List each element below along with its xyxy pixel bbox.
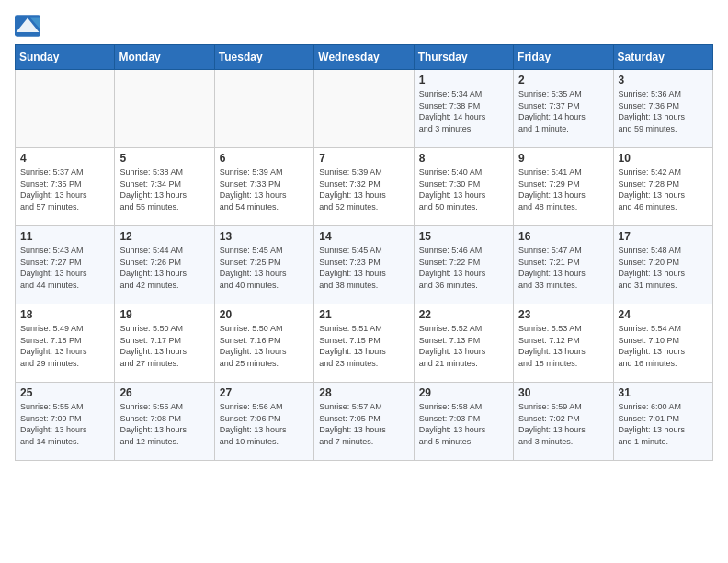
weekday-header-friday: Friday xyxy=(514,45,613,70)
calendar-week-row: 25Sunrise: 5:55 AMSunset: 7:09 PMDayligh… xyxy=(16,383,713,461)
day-number: 27 xyxy=(220,386,309,399)
calendar-cell: 27Sunrise: 5:56 AMSunset: 7:06 PMDayligh… xyxy=(214,383,313,461)
calendar-week-row: 4Sunrise: 5:37 AMSunset: 7:35 PMDaylight… xyxy=(16,148,713,226)
day-number: 4 xyxy=(20,152,109,165)
calendar-cell: 1Sunrise: 5:34 AMSunset: 7:38 PMDaylight… xyxy=(414,70,513,148)
day-info: Sunrise: 5:56 AMSunset: 7:06 PMDaylight:… xyxy=(220,401,309,447)
calendar-cell: 23Sunrise: 5:53 AMSunset: 7:12 PMDayligh… xyxy=(514,304,613,383)
weekday-header-thursday: Thursday xyxy=(414,45,513,70)
calendar-cell: 14Sunrise: 5:45 AMSunset: 7:23 PMDayligh… xyxy=(314,226,414,304)
calendar-cell: 13Sunrise: 5:45 AMSunset: 7:25 PMDayligh… xyxy=(214,226,313,304)
calendar-cell: 10Sunrise: 5:42 AMSunset: 7:28 PMDayligh… xyxy=(613,148,712,226)
calendar-cell: 22Sunrise: 5:52 AMSunset: 7:13 PMDayligh… xyxy=(414,304,513,383)
calendar-cell: 3Sunrise: 5:36 AMSunset: 7:36 PMDaylight… xyxy=(613,70,712,148)
calendar-cell: 7Sunrise: 5:39 AMSunset: 7:32 PMDaylight… xyxy=(314,148,414,226)
day-info: Sunrise: 5:39 AMSunset: 7:32 PMDaylight:… xyxy=(319,167,408,213)
day-info: Sunrise: 5:50 AMSunset: 7:16 PMDaylight:… xyxy=(220,323,309,369)
calendar-cell: 24Sunrise: 5:54 AMSunset: 7:10 PMDayligh… xyxy=(613,304,712,383)
calendar-cell xyxy=(214,70,313,148)
calendar-cell xyxy=(115,70,214,148)
day-info: Sunrise: 5:51 AMSunset: 7:15 PMDaylight:… xyxy=(319,323,408,369)
calendar-cell: 6Sunrise: 5:39 AMSunset: 7:33 PMDaylight… xyxy=(214,148,313,226)
calendar-cell: 15Sunrise: 5:46 AMSunset: 7:22 PMDayligh… xyxy=(414,226,513,304)
day-info: Sunrise: 5:45 AMSunset: 7:25 PMDaylight:… xyxy=(220,245,309,291)
day-info: Sunrise: 5:55 AMSunset: 7:08 PMDaylight:… xyxy=(119,401,209,447)
page-header xyxy=(15,15,713,37)
day-number: 2 xyxy=(518,74,608,86)
day-number: 8 xyxy=(419,152,508,165)
weekday-header-monday: Monday xyxy=(115,45,214,70)
day-number: 19 xyxy=(119,308,209,321)
calendar-cell: 17Sunrise: 5:48 AMSunset: 7:20 PMDayligh… xyxy=(613,226,712,304)
day-number: 10 xyxy=(619,152,708,165)
day-info: Sunrise: 6:00 AMSunset: 7:01 PMDaylight:… xyxy=(619,401,708,447)
day-number: 5 xyxy=(119,152,209,165)
weekday-header-wednesday: Wednesday xyxy=(314,45,414,70)
calendar-week-row: 11Sunrise: 5:43 AMSunset: 7:27 PMDayligh… xyxy=(16,226,713,304)
day-number: 9 xyxy=(518,152,608,165)
calendar-cell: 19Sunrise: 5:50 AMSunset: 7:17 PMDayligh… xyxy=(115,304,214,383)
day-info: Sunrise: 5:34 AMSunset: 7:38 PMDaylight:… xyxy=(419,88,508,134)
day-info: Sunrise: 5:53 AMSunset: 7:12 PMDaylight:… xyxy=(518,323,608,369)
day-number: 16 xyxy=(518,230,608,243)
day-number: 11 xyxy=(20,230,109,243)
calendar-cell: 30Sunrise: 5:59 AMSunset: 7:02 PMDayligh… xyxy=(514,383,613,461)
calendar-week-row: 18Sunrise: 5:49 AMSunset: 7:18 PMDayligh… xyxy=(16,304,713,383)
calendar-cell: 9Sunrise: 5:41 AMSunset: 7:29 PMDaylight… xyxy=(514,148,613,226)
calendar-cell: 20Sunrise: 5:50 AMSunset: 7:16 PMDayligh… xyxy=(214,304,313,383)
day-number: 20 xyxy=(220,308,309,321)
day-number: 17 xyxy=(619,230,708,243)
calendar-cell xyxy=(314,70,414,148)
day-number: 18 xyxy=(20,308,109,321)
calendar-cell: 8Sunrise: 5:40 AMSunset: 7:30 PMDaylight… xyxy=(414,148,513,226)
day-info: Sunrise: 5:44 AMSunset: 7:26 PMDaylight:… xyxy=(119,245,209,291)
day-info: Sunrise: 5:50 AMSunset: 7:17 PMDaylight:… xyxy=(119,323,209,369)
day-number: 29 xyxy=(419,386,508,399)
day-number: 30 xyxy=(518,386,608,399)
day-number: 31 xyxy=(619,386,708,399)
day-info: Sunrise: 5:43 AMSunset: 7:27 PMDaylight:… xyxy=(20,245,109,291)
day-info: Sunrise: 5:49 AMSunset: 7:18 PMDaylight:… xyxy=(20,323,109,369)
calendar-cell: 28Sunrise: 5:57 AMSunset: 7:05 PMDayligh… xyxy=(314,383,414,461)
calendar-cell: 25Sunrise: 5:55 AMSunset: 7:09 PMDayligh… xyxy=(16,383,115,461)
day-number: 25 xyxy=(20,386,109,399)
day-number: 15 xyxy=(419,230,508,243)
calendar-table: SundayMondayTuesdayWednesdayThursdayFrid… xyxy=(15,44,713,461)
day-info: Sunrise: 5:40 AMSunset: 7:30 PMDaylight:… xyxy=(419,167,508,213)
weekday-header-tuesday: Tuesday xyxy=(214,45,313,70)
day-info: Sunrise: 5:54 AMSunset: 7:10 PMDaylight:… xyxy=(619,323,708,369)
day-info: Sunrise: 5:59 AMSunset: 7:02 PMDaylight:… xyxy=(518,401,608,447)
day-info: Sunrise: 5:35 AMSunset: 7:37 PMDaylight:… xyxy=(518,88,608,134)
day-number: 22 xyxy=(419,308,508,321)
weekday-header-saturday: Saturday xyxy=(613,45,712,70)
day-number: 13 xyxy=(220,230,309,243)
calendar-cell: 4Sunrise: 5:37 AMSunset: 7:35 PMDaylight… xyxy=(16,148,115,226)
day-number: 3 xyxy=(619,74,708,86)
day-info: Sunrise: 5:48 AMSunset: 7:20 PMDaylight:… xyxy=(619,245,708,291)
day-number: 24 xyxy=(619,308,708,321)
day-info: Sunrise: 5:47 AMSunset: 7:21 PMDaylight:… xyxy=(518,245,608,291)
day-number: 1 xyxy=(419,74,508,86)
day-number: 28 xyxy=(319,386,408,399)
calendar-cell: 2Sunrise: 5:35 AMSunset: 7:37 PMDaylight… xyxy=(514,70,613,148)
day-info: Sunrise: 5:57 AMSunset: 7:05 PMDaylight:… xyxy=(319,401,408,447)
logo xyxy=(15,15,44,37)
day-info: Sunrise: 5:36 AMSunset: 7:36 PMDaylight:… xyxy=(619,88,708,134)
day-info: Sunrise: 5:41 AMSunset: 7:29 PMDaylight:… xyxy=(518,167,608,213)
logo-icon xyxy=(15,15,40,37)
weekday-header-row: SundayMondayTuesdayWednesdayThursdayFrid… xyxy=(16,45,713,70)
calendar-cell: 11Sunrise: 5:43 AMSunset: 7:27 PMDayligh… xyxy=(16,226,115,304)
calendar-cell: 21Sunrise: 5:51 AMSunset: 7:15 PMDayligh… xyxy=(314,304,414,383)
day-info: Sunrise: 5:52 AMSunset: 7:13 PMDaylight:… xyxy=(419,323,508,369)
calendar-cell: 5Sunrise: 5:38 AMSunset: 7:34 PMDaylight… xyxy=(115,148,214,226)
day-info: Sunrise: 5:58 AMSunset: 7:03 PMDaylight:… xyxy=(419,401,508,447)
day-number: 7 xyxy=(319,152,408,165)
calendar-cell: 12Sunrise: 5:44 AMSunset: 7:26 PMDayligh… xyxy=(115,226,214,304)
calendar-cell: 16Sunrise: 5:47 AMSunset: 7:21 PMDayligh… xyxy=(514,226,613,304)
day-info: Sunrise: 5:46 AMSunset: 7:22 PMDaylight:… xyxy=(419,245,508,291)
day-number: 21 xyxy=(319,308,408,321)
day-number: 12 xyxy=(119,230,209,243)
day-number: 14 xyxy=(319,230,408,243)
day-info: Sunrise: 5:37 AMSunset: 7:35 PMDaylight:… xyxy=(20,167,109,213)
calendar-cell: 29Sunrise: 5:58 AMSunset: 7:03 PMDayligh… xyxy=(414,383,513,461)
